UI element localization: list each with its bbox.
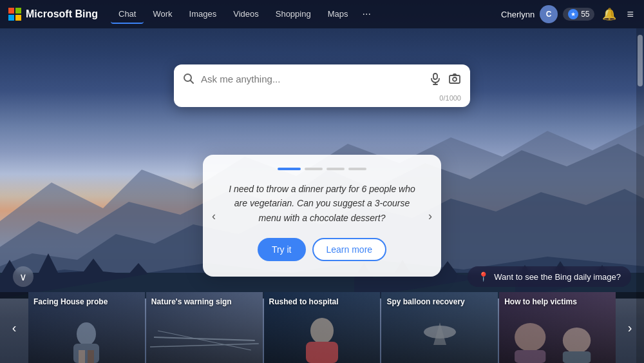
search-right-icons (429, 72, 461, 85)
svg-line-13 (191, 81, 194, 84)
news-card-2[interactable]: Nature's warning sign (146, 292, 263, 363)
logo-area[interactable]: Microsoft Bing (8, 7, 98, 21)
dot-3 (327, 168, 345, 170)
learn-more-button[interactable]: Learn more (312, 238, 387, 261)
news-card-5[interactable]: How to help victims (499, 292, 616, 363)
location-pin-icon: 📍 (478, 271, 489, 282)
svg-rect-14 (433, 74, 437, 79)
score-value: 55 (581, 10, 589, 19)
news-card-5-title: How to help victims (504, 297, 611, 308)
svg-rect-33 (563, 351, 591, 363)
news-card-3-title: Rushed to hospital (269, 297, 375, 308)
search-counter: 0/1000 (174, 93, 470, 107)
search-input-row (174, 64, 470, 93)
camera-button[interactable] (448, 72, 461, 85)
dot-4 (348, 168, 366, 170)
search-box: 0/1000 (174, 64, 470, 107)
svg-rect-27 (306, 342, 338, 363)
search-container: 0/1000 (174, 64, 470, 107)
try-it-button[interactable]: Try it (258, 238, 306, 261)
suggestion-card: ‹ I need to throw a dinner party for 6 p… (203, 155, 441, 277)
dot-2 (305, 168, 323, 170)
microphone-button[interactable] (429, 72, 442, 85)
news-card-4[interactable]: Spy balloon recovery (381, 292, 498, 363)
bing-image-button[interactable]: 📍 Want to see the Bing daily image? (468, 266, 631, 287)
nav-right: Cherlynn C ★ 55 🔔 ≡ (501, 5, 636, 24)
svg-rect-20 (73, 344, 99, 363)
svg-line-24 (150, 344, 259, 347)
svg-point-19 (77, 322, 96, 346)
svg-line-23 (154, 337, 255, 340)
scroll-down-button[interactable]: ∨ (13, 266, 33, 287)
news-card-5-image (499, 318, 616, 363)
logo-text: Microsoft Bing (26, 8, 98, 20)
svg-rect-11 (15, 15, 21, 21)
nav-videos[interactable]: Videos (225, 5, 267, 24)
news-card-1[interactable]: Facing House probe (28, 292, 145, 363)
card-prev-button[interactable]: ‹ (209, 206, 218, 225)
news-strip: ‹ Facing House probe Nature's warning si… (0, 292, 644, 363)
scrollbar[interactable] (636, 28, 644, 363)
news-card-2-title: Nature's warning sign (151, 297, 258, 308)
navbar: Microsoft Bing Chat Work Images Videos S… (0, 0, 644, 28)
svg-rect-8 (8, 8, 14, 14)
svg-rect-22 (88, 350, 94, 363)
score-badge[interactable]: ★ 55 (563, 8, 594, 21)
svg-rect-9 (15, 8, 21, 14)
svg-point-18 (453, 77, 457, 81)
svg-point-32 (563, 328, 591, 353)
score-icon: ★ (568, 9, 578, 19)
svg-rect-21 (79, 350, 85, 363)
news-card-3-image (293, 315, 351, 363)
bing-image-text: Want to see the Bing daily image? (494, 272, 621, 282)
search-icon (183, 73, 194, 84)
nav-shopping[interactable]: Shopping (268, 5, 319, 24)
nav-maps[interactable]: Maps (320, 5, 356, 24)
avatar[interactable]: C (540, 5, 558, 23)
menu-button[interactable]: ≡ (624, 5, 636, 24)
news-card-1-image (61, 315, 112, 363)
svg-rect-17 (450, 75, 460, 83)
nav-links: Chat Work Images Videos Shopping Maps ··… (111, 5, 498, 24)
dot-1 (278, 168, 301, 170)
news-card-3[interactable]: Rushed to hospital (264, 292, 381, 363)
svg-rect-31 (515, 350, 545, 363)
nav-images[interactable]: Images (182, 5, 225, 24)
suggestion-text: I need to throw a dinner party for 6 peo… (222, 182, 422, 225)
news-card-4-image (414, 319, 466, 358)
news-cards: Facing House probe Nature's warning sign… (28, 292, 616, 363)
news-card-2-image (146, 324, 263, 363)
search-input[interactable] (201, 74, 422, 84)
nav-more-button[interactable]: ··· (357, 6, 375, 23)
progress-dots (222, 168, 422, 170)
news-card-4-title: Spy balloon recovery (386, 297, 493, 308)
nav-chat[interactable]: Chat (111, 5, 144, 24)
news-prev-button[interactable]: ‹ (0, 292, 28, 363)
news-card-1-title: Facing House probe (33, 297, 140, 308)
svg-rect-10 (8, 15, 14, 21)
nav-work[interactable]: Work (145, 5, 180, 24)
card-buttons: Try it Learn more (222, 238, 422, 261)
svg-point-26 (310, 318, 334, 344)
scrollbar-thumb[interactable] (638, 35, 643, 86)
user-name: Cherlynn (501, 10, 535, 19)
svg-point-30 (515, 323, 545, 351)
microsoft-logo-icon (8, 7, 22, 21)
notification-button[interactable]: 🔔 (600, 5, 619, 24)
card-next-button[interactable]: › (426, 206, 435, 225)
